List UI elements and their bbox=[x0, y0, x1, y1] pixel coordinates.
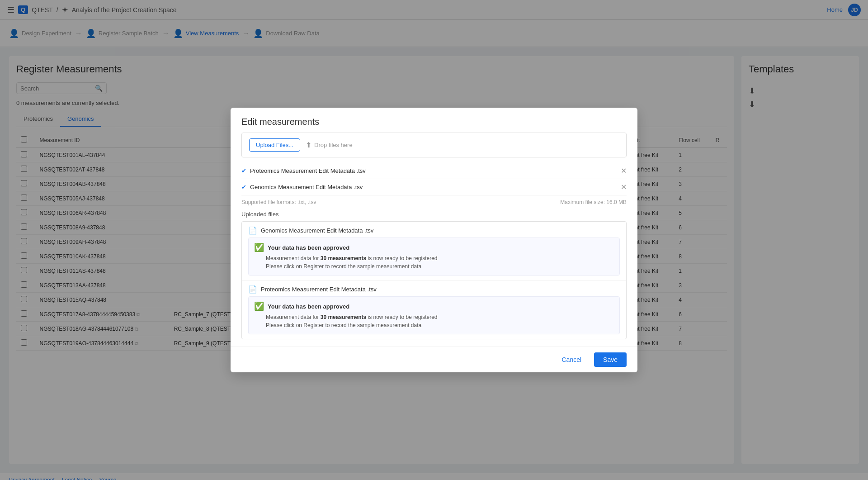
upload-area: Upload Files... ⬆ Drop files here bbox=[241, 133, 627, 157]
proteomics-approval-text: Measurement data for 30 measurements is … bbox=[254, 313, 614, 329]
proteomics-approval-title: Your data has been approved bbox=[268, 303, 349, 310]
modal-footer: Cancel Save bbox=[231, 347, 637, 372]
file-check-icon-1: ✔ bbox=[241, 167, 246, 174]
proteomics-approval-header: ✅ Your data has been approved bbox=[254, 301, 614, 311]
proteomics-approval-box: ✅ Your data has been approved Measuremen… bbox=[248, 296, 620, 334]
proteomics-check-circle: ✅ bbox=[254, 301, 264, 311]
file-name-proteomics: Proteomics Measurement Edit Metadata .ts… bbox=[250, 167, 621, 174]
file-item-proteomics: ✔ Proteomics Measurement Edit Metadata .… bbox=[241, 163, 627, 179]
upload-files-button[interactable]: Upload Files... bbox=[249, 138, 300, 152]
max-file-size-label: Maximum file size: 16.0 MB bbox=[560, 199, 627, 205]
save-button[interactable]: Save bbox=[594, 352, 627, 367]
edit-measurements-modal: Edit measurements Upload Files... ⬆ Drop… bbox=[231, 108, 637, 372]
supported-formats-label: Supported file formats: .txt, .tsv bbox=[241, 199, 316, 205]
drop-text-label: Drop files here bbox=[314, 142, 353, 148]
file-item-genomics: ✔ Genomics Measurement Edit Metadata .ts… bbox=[241, 179, 627, 195]
modal-body: Upload Files... ⬆ Drop files here ✔ Prot… bbox=[231, 133, 637, 347]
uploaded-files-label: Uploaded files bbox=[241, 211, 627, 218]
file-name-genomics: Genomics Measurement Edit Metadata .tsv bbox=[250, 184, 621, 190]
genomics-approval-header: ✅ Your data has been approved bbox=[254, 242, 614, 252]
file-block-icon-proteomics: 📄 bbox=[248, 285, 257, 294]
modal-header: Edit measurements bbox=[231, 108, 637, 133]
file-block-name-proteomics: Proteomics Measurement Edit Metadata .ts… bbox=[261, 286, 377, 293]
file-block-genomics-header: 📄 Genomics Measurement Edit Metadata .ts… bbox=[248, 226, 620, 235]
drop-zone: ⬆ Drop files here bbox=[306, 141, 353, 149]
file-list: ✔ Proteomics Measurement Edit Metadata .… bbox=[241, 163, 627, 195]
uploaded-files-box: 📄 Genomics Measurement Edit Metadata .ts… bbox=[241, 221, 627, 339]
cancel-button[interactable]: Cancel bbox=[554, 352, 589, 367]
file-remove-genomics[interactable]: ✕ bbox=[621, 183, 627, 191]
file-block-icon-genomics: 📄 bbox=[248, 226, 257, 235]
file-block-proteomics: 📄 Proteomics Measurement Edit Metadata .… bbox=[242, 280, 626, 339]
file-check-icon-2: ✔ bbox=[241, 184, 246, 190]
genomics-approval-text: Measurement data for 30 measurements is … bbox=[254, 254, 614, 271]
file-block-name-genomics: Genomics Measurement Edit Metadata .tsv bbox=[261, 227, 373, 234]
genomics-approval-title: Your data has been approved bbox=[268, 244, 349, 251]
file-block-genomics: 📄 Genomics Measurement Edit Metadata .ts… bbox=[242, 222, 626, 280]
file-info-row: Supported file formats: .txt, .tsv Maxim… bbox=[241, 195, 627, 207]
file-remove-proteomics[interactable]: ✕ bbox=[621, 166, 627, 175]
modal-title: Edit measurements bbox=[241, 117, 627, 127]
genomics-approval-box: ✅ Your data has been approved Measuremen… bbox=[248, 238, 620, 276]
modal-overlay[interactable]: Edit measurements Upload Files... ⬆ Drop… bbox=[0, 0, 868, 480]
file-block-proteomics-header: 📄 Proteomics Measurement Edit Metadata .… bbox=[248, 285, 620, 294]
genomics-check-circle: ✅ bbox=[254, 242, 264, 252]
upload-icon: ⬆ bbox=[306, 141, 311, 149]
